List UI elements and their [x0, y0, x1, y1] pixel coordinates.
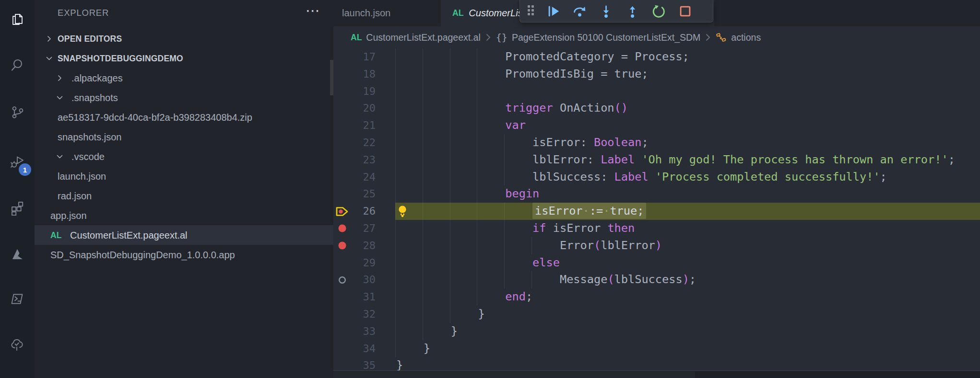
tab-launch-json[interactable]: launch.json [333, 0, 441, 26]
tree-item-rad-json[interactable]: rad.json [35, 186, 333, 206]
activity-item-search[interactable] [0, 53, 35, 78]
code-line-25[interactable]: 25begin [333, 185, 980, 203]
activity-bar: 1 [0, 0, 35, 378]
terminal-icon [10, 291, 25, 307]
chevron-right-icon [705, 33, 711, 42]
code-line-26[interactable]: 26isError·:=·true; [333, 203, 980, 220]
code-line-text: trigger OnAction() [396, 100, 628, 117]
step-out-button[interactable] [619, 0, 646, 22]
tree-item-sd-snapshotdebuggingdemo-1-0-0-0-app[interactable]: SD_SnapshotDebuggingDemo_1.0.0.0.app [35, 245, 333, 264]
code-line-text: end; [396, 288, 532, 306]
code-line-20[interactable]: 20trigger OnAction() [333, 100, 980, 117]
tree-item-label: CustomerListExt.pageext.al [70, 229, 188, 241]
code-line-19[interactable]: 19 [333, 83, 980, 100]
tree-item-launch-json[interactable]: launch.json [35, 166, 333, 186]
tree-item-label: app.json [50, 210, 87, 221]
code-line-text: if isError then [396, 220, 635, 237]
azure-icon [9, 246, 25, 262]
line-number: 27 [333, 220, 376, 237]
continue-icon [546, 4, 561, 19]
tree-item-alpackages[interactable]: .alpackages [35, 68, 333, 88]
symbol-namespace-icon: {} [496, 32, 508, 43]
extensions-icon [10, 200, 25, 216]
toolbar-drag-grip-icon[interactable] [528, 5, 535, 17]
activity-item-terminal[interactable] [0, 286, 35, 311]
tree-item-customerlistext-pageext-al[interactable]: ALCustomerListExt.pageext.al [35, 225, 333, 245]
chevron-right-icon [485, 33, 492, 42]
file-tree: OPEN EDITORSSNAPSHOTDEBUGGINGDEMO.alpack… [35, 29, 333, 264]
tree-item-ae518317-9dcd-40ca-bf2a-b398283408b4-zip[interactable]: ae518317-9dcd-40ca-bf2a-b398283408b4.zip [35, 107, 333, 127]
indent-guide [395, 48, 396, 66]
chevron-right-icon [56, 74, 64, 82]
continue-button[interactable] [540, 0, 567, 22]
indent-guide [395, 151, 396, 169]
tree-item-snapshotdebuggingdemo[interactable]: SNAPSHOTDEBUGGINGDEMO [35, 48, 333, 68]
activity-item-extensions[interactable] [0, 195, 35, 220]
activity-item-testing[interactable] [0, 332, 35, 356]
tree-item-snapshots-json[interactable]: snapshots.json [35, 127, 333, 147]
tree-item-label: rad.json [58, 190, 92, 201]
more-actions-icon[interactable]: ⋯ [306, 2, 321, 19]
code-line-18[interactable]: 18PromotedIsBig = true; [333, 66, 980, 83]
files-icon [10, 11, 25, 27]
al-file-icon: AL [50, 230, 61, 240]
code-line-33[interactable]: 33} [333, 323, 980, 340]
tree-item-vscode[interactable]: .vscode [35, 147, 333, 166]
sidebar-scrollbar[interactable] [330, 60, 333, 95]
breadcrumb-item-customerlistext-pageext-al[interactable]: ALCustomerListExt.pageext.al [351, 32, 481, 43]
code-line-28[interactable]: 28Error(lblError) [333, 237, 980, 254]
tree-item-app-json[interactable]: app.json [35, 206, 333, 225]
indent-guide [395, 83, 396, 100]
code-line-text: isError: Boolean; [396, 134, 649, 151]
debug-statement-highlight: isError·:=·true; [532, 203, 646, 219]
line-number: 29 [333, 254, 376, 272]
stop-button[interactable] [672, 0, 698, 22]
indent-guide [395, 340, 396, 357]
activity-item-azure[interactable] [0, 241, 35, 266]
tree-item-label: OPEN EDITORS [58, 34, 122, 44]
lightbulb-icon[interactable] [397, 205, 408, 220]
test-explorer-icon [10, 336, 25, 352]
code-line-32[interactable]: 32} [333, 306, 980, 323]
code-line-34[interactable]: 34} [333, 340, 980, 357]
tree-item-open-editors[interactable]: OPEN EDITORS [35, 29, 333, 48]
code-line-22[interactable]: 22isError: Boolean; [333, 134, 980, 151]
code-line-21[interactable]: 21var [333, 117, 980, 134]
indent-guide [395, 66, 396, 83]
tree-item-label: SD_SnapshotDebuggingDemo_1.0.0.0.app [50, 249, 235, 260]
breadcrumb: ALCustomerListExt.pageext.al{}PageExtens… [333, 26, 980, 48]
activity-item-run-and-debug[interactable]: 1 [0, 149, 35, 174]
breadcrumb-label: actions [731, 32, 761, 43]
restart-button[interactable] [646, 0, 672, 22]
code-line-text: PromotedCategory = Process; [396, 48, 689, 66]
activity-item-explorer[interactable] [0, 7, 35, 32]
line-number: 19 [333, 83, 376, 100]
horizontal-scrollbar[interactable] [333, 370, 980, 378]
indent-guide [450, 83, 450, 100]
breadcrumb-item-pageextension-50100-customerlistext-sdm[interactable]: {}PageExtension 50100 CustomerListExt_SD… [496, 32, 701, 43]
chevron-right-icon [45, 34, 53, 43]
activity-item-source-control[interactable] [0, 100, 35, 125]
tree-item-label: launch.json [58, 171, 106, 182]
code-line-30[interactable]: 30Message(lblSuccess); [333, 271, 980, 288]
al-file-icon: AL [351, 33, 362, 43]
code-line-17[interactable]: 17PromotedCategory = Process; [333, 48, 980, 66]
indent-guide [395, 185, 396, 203]
al-file-icon: AL [452, 8, 463, 18]
code-line-29[interactable]: 29else [333, 254, 980, 272]
code-line-31[interactable]: 31end; [333, 288, 980, 306]
code-line-24[interactable]: 24lblSuccess: Label 'Process completed s… [333, 169, 980, 186]
tree-item-snapshots[interactable]: .snapshots [35, 88, 333, 107]
indent-guide [395, 220, 396, 237]
step-out-icon [625, 4, 640, 19]
breadcrumb-item-actions[interactable]: actions [716, 32, 761, 43]
indent-guide [395, 306, 396, 323]
step-over-button[interactable] [567, 0, 593, 22]
indent-guide [395, 134, 396, 151]
indent-guide [395, 117, 396, 134]
step-into-button[interactable] [593, 0, 619, 22]
code-line-27[interactable]: 27if isError then [333, 220, 980, 237]
code-editor[interactable]: 17PromotedCategory = Process;18PromotedI… [333, 48, 980, 378]
breadcrumb-label: CustomerListExt.pageext.al [366, 32, 480, 43]
code-line-23[interactable]: 23lblError: Label 'Oh my god! The proces… [333, 151, 980, 169]
